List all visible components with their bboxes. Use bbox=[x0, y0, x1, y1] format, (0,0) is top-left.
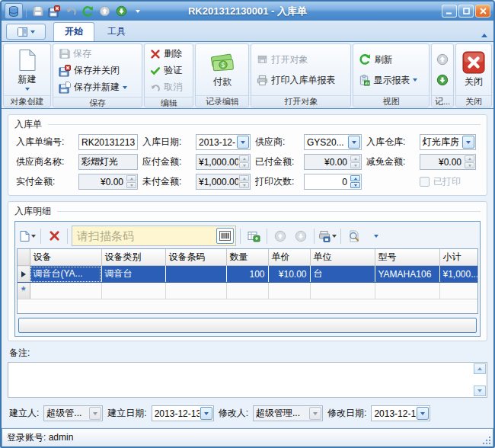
cell-unit[interactable]: 台 bbox=[310, 266, 375, 283]
created-date-field[interactable]: 2013-12-13 bbox=[152, 405, 214, 421]
order-no-input[interactable] bbox=[79, 135, 137, 149]
remarks-textarea[interactable] bbox=[8, 363, 487, 397]
save-and-new-button[interactable]: 保存并新建 bbox=[56, 79, 139, 95]
payable-amount-field: ¥1,000.00 bbox=[196, 154, 251, 170]
details-control: 设备 设备类别 设备条码 数量 单价 单位 型号 小计 调音台(YA... bbox=[14, 221, 481, 337]
column-header[interactable]: 单价 bbox=[268, 249, 310, 266]
cell-barcode[interactable] bbox=[165, 266, 226, 283]
form-fields-grid: 入库单编号: 入库日期: 2013-12-13 供应商: GYS20... 入库… bbox=[14, 131, 481, 190]
print-grid-button[interactable] bbox=[318, 227, 337, 245]
order-no-field[interactable] bbox=[78, 134, 138, 150]
unpaid-amount-field: ¥1,000.00 bbox=[196, 174, 251, 190]
panel-title-row: 入库单 bbox=[14, 117, 481, 131]
preview-button[interactable] bbox=[345, 227, 363, 245]
titlebar[interactable]: RK201312130001 - 入库单 bbox=[2, 2, 493, 21]
chevron-down-icon[interactable] bbox=[237, 136, 249, 149]
tab-tools[interactable]: 工具 bbox=[96, 22, 137, 41]
magnifier-icon bbox=[348, 230, 360, 242]
grid-row-selected[interactable]: 调音台(YA... 调音台 100 ¥10.00 台 YAMAHA106 ¥1,… bbox=[18, 266, 478, 283]
column-header[interactable]: 数量 bbox=[226, 249, 268, 266]
chevron-down-icon[interactable] bbox=[200, 407, 212, 420]
cell-category[interactable]: 调音台 bbox=[101, 266, 165, 283]
previous-record-icon bbox=[97, 4, 112, 19]
column-header[interactable]: 设备条码 bbox=[165, 249, 226, 266]
cell-subtotal[interactable]: ¥1,000... bbox=[439, 266, 478, 283]
add-row-button[interactable] bbox=[18, 227, 37, 245]
cell-unit-price[interactable]: ¥10.00 bbox=[268, 266, 310, 283]
scroll-down-icon[interactable] bbox=[474, 386, 486, 396]
payment-button[interactable]: $ 付款 bbox=[205, 46, 240, 94]
barcode-icon[interactable] bbox=[216, 228, 234, 244]
maximize-button[interactable] bbox=[458, 5, 474, 18]
panel-title: 入库明细 bbox=[14, 205, 51, 218]
spinner bbox=[239, 175, 249, 188]
close-form-button[interactable]: 关闭 bbox=[458, 46, 490, 94]
group-label: 记录编辑 bbox=[196, 95, 248, 107]
new-document-icon bbox=[19, 230, 30, 242]
window-controls bbox=[442, 5, 490, 18]
divider bbox=[67, 229, 68, 244]
scroll-up-icon[interactable] bbox=[474, 363, 486, 374]
chevron-down-icon[interactable] bbox=[417, 407, 429, 420]
quick-access-toolbar bbox=[5, 3, 145, 19]
field-label: 已付金额: bbox=[255, 155, 299, 168]
toolbar-overflow-icon[interactable] bbox=[367, 227, 385, 245]
spinner bbox=[126, 175, 136, 188]
next-record-icon[interactable] bbox=[113, 4, 129, 19]
save-and-close-button[interactable]: 保存并关闭 bbox=[56, 62, 139, 78]
delete-row-button[interactable] bbox=[45, 227, 63, 245]
print-count-field[interactable]: 0 bbox=[304, 174, 362, 190]
check-icon bbox=[150, 66, 161, 76]
report-icon bbox=[359, 75, 370, 86]
group-label: 关闭 bbox=[456, 95, 491, 107]
supplier-combo[interactable]: GYS20... bbox=[304, 134, 362, 150]
chevron-down-icon bbox=[25, 88, 30, 91]
ribbon-group-record-edit: $ 付款 记录编辑 bbox=[195, 43, 249, 107]
chevron-down-icon[interactable] bbox=[462, 136, 474, 149]
cell-quantity[interactable]: 100 bbox=[226, 266, 268, 283]
save-close-icon[interactable] bbox=[46, 4, 62, 19]
column-header[interactable]: 小计 bbox=[439, 249, 478, 266]
redo-icon[interactable] bbox=[80, 4, 95, 19]
app-database-icon[interactable] bbox=[5, 3, 23, 19]
delete-button[interactable]: 删除 bbox=[147, 46, 190, 62]
warehouse-combo[interactable]: 灯光库房 bbox=[420, 134, 476, 150]
app-menu-button[interactable] bbox=[6, 24, 46, 40]
refresh-button[interactable]: 刷新 bbox=[356, 52, 426, 68]
qat-customize-icon[interactable] bbox=[130, 4, 145, 19]
cell-device[interactable]: 调音台(YA... bbox=[30, 266, 101, 283]
minimize-button[interactable] bbox=[442, 5, 457, 18]
column-header[interactable]: 设备类别 bbox=[101, 249, 165, 266]
chevron-down-icon bbox=[413, 78, 417, 82]
window: RK201312130001 - 入库单 bbox=[0, 0, 495, 448]
divider bbox=[57, 211, 481, 212]
column-header[interactable]: 设备 bbox=[30, 249, 101, 266]
order-date-field[interactable]: 2013-12-13 bbox=[196, 134, 251, 150]
divider bbox=[340, 229, 341, 244]
ribbon-group-edit: 删除 验证 取消 编辑 bbox=[144, 43, 193, 107]
field-label: 供应商名称: bbox=[16, 155, 74, 168]
spinner[interactable] bbox=[350, 175, 360, 188]
barcode-scan-box[interactable] bbox=[72, 226, 236, 246]
close-button[interactable] bbox=[475, 5, 490, 18]
field-label: 入库日期: bbox=[142, 136, 191, 149]
column-header[interactable]: 单位 bbox=[310, 249, 375, 266]
validate-button[interactable]: 验证 bbox=[147, 62, 190, 78]
paid-amount-field: ¥0.00 bbox=[304, 154, 362, 170]
panel-title-row: 入库明细 bbox=[14, 204, 481, 218]
column-header[interactable]: 型号 bbox=[375, 249, 439, 266]
statusbar: 登录账号: admin bbox=[2, 428, 493, 447]
chevron-down-icon[interactable] bbox=[348, 136, 360, 149]
cell-model[interactable]: YAMAHA106 bbox=[375, 266, 439, 283]
move-down-icon bbox=[292, 227, 310, 245]
tab-start[interactable]: 开始 bbox=[53, 22, 94, 41]
grid-new-row[interactable]: * bbox=[18, 283, 478, 299]
ribbon-collapse-icon[interactable] bbox=[481, 27, 487, 40]
resize-grip[interactable] bbox=[482, 436, 491, 445]
print-report-button[interactable]: 打印入库单报表 bbox=[254, 72, 348, 88]
show-report-button[interactable]: 显示报表 bbox=[356, 72, 426, 88]
divider bbox=[26, 5, 27, 18]
next-record-icon[interactable] bbox=[434, 72, 451, 88]
new-button[interactable]: 新建 bbox=[13, 46, 42, 94]
modified-date-field[interactable]: 2013-12-13 bbox=[371, 405, 430, 421]
